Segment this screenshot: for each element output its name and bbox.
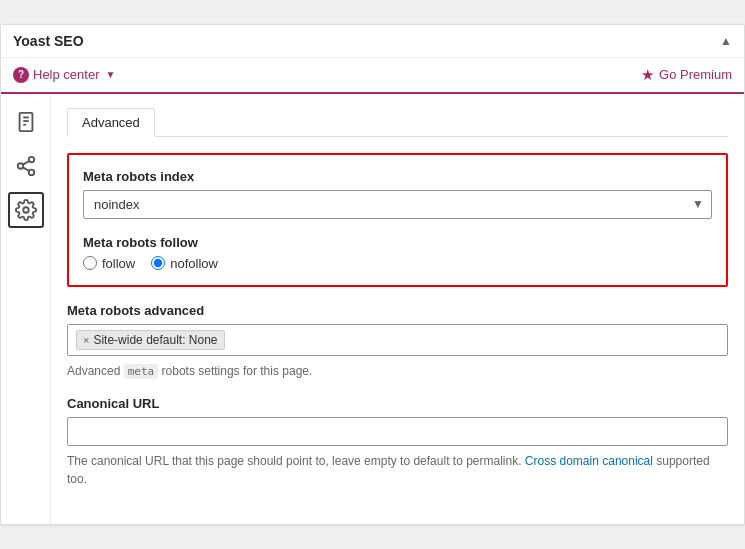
canonical-url-label: Canonical URL: [67, 396, 728, 411]
meta-robots-advanced-tag: × Site-wide default: None: [76, 330, 225, 350]
meta-robots-index-section: Meta robots index noindex index noarchiv…: [83, 169, 712, 219]
radio-follow[interactable]: [83, 256, 97, 270]
radio-nofollow[interactable]: [151, 256, 165, 270]
tabs: Advanced: [67, 108, 728, 137]
widget-title: Yoast SEO: [13, 33, 84, 49]
meta-robots-follow-section: Meta robots follow follow nofollow: [83, 235, 712, 271]
content-area: Advanced Meta robots index noindex index…: [51, 94, 744, 525]
tag-remove-icon[interactable]: ×: [83, 334, 89, 346]
canonical-url-section: Canonical URL The canonical URL that thi…: [67, 396, 728, 488]
meta-robots-index-select-wrapper: noindex index noarchive nosnippet ▼: [83, 190, 712, 219]
hint-suffix: robots settings for this page.: [162, 364, 313, 378]
cross-domain-canonical-link[interactable]: Cross domain canonical: [525, 454, 656, 468]
meta-robots-advanced-section: Meta robots advanced × Site-wide default…: [67, 303, 728, 381]
svg-point-5: [17, 163, 23, 169]
main-content: Advanced Meta robots index noindex index…: [1, 94, 744, 525]
help-icon: ?: [13, 67, 29, 83]
top-bar: ? Help center ▼ ★ Go Premium: [1, 58, 744, 94]
meta-robots-follow-label: Meta robots follow: [83, 235, 712, 250]
red-box-section: Meta robots index noindex index noarchiv…: [67, 153, 728, 287]
svg-point-9: [23, 207, 29, 213]
sidebar-icon-social[interactable]: [8, 148, 44, 184]
meta-robots-advanced-label: Meta robots advanced: [67, 303, 728, 318]
meta-robots-advanced-input[interactable]: × Site-wide default: None: [67, 324, 728, 356]
radio-follow-label[interactable]: follow: [83, 256, 135, 271]
svg-point-4: [28, 157, 34, 163]
meta-robots-follow-options: follow nofollow: [83, 256, 712, 271]
meta-robots-advanced-hint: Advanced meta robots settings for this p…: [67, 362, 728, 381]
sidebar: [1, 94, 51, 525]
yoast-seo-widget: Yoast SEO ▲ ? Help center ▼ ★ Go Premium: [0, 24, 745, 526]
widget-toggle-button[interactable]: ▲: [720, 34, 732, 48]
canonical-hint-text: The canonical URL that this page should …: [67, 454, 522, 468]
meta-robots-index-label: Meta robots index: [83, 169, 712, 184]
svg-line-7: [22, 167, 28, 171]
tag-label: Site-wide default: None: [93, 333, 217, 347]
go-premium-link[interactable]: ★ Go Premium: [641, 66, 732, 84]
svg-line-8: [22, 161, 28, 165]
hint-prefix: Advanced: [67, 364, 120, 378]
radio-nofollow-label[interactable]: nofollow: [151, 256, 218, 271]
canonical-url-hint: The canonical URL that this page should …: [67, 452, 728, 488]
radio-follow-text: follow: [102, 256, 135, 271]
radio-nofollow-text: nofollow: [170, 256, 218, 271]
hint-code: meta: [124, 364, 159, 379]
widget-header: Yoast SEO ▲: [1, 25, 744, 58]
meta-robots-index-select[interactable]: noindex index noarchive nosnippet: [83, 190, 712, 219]
sidebar-icon-advanced[interactable]: [8, 192, 44, 228]
help-dropdown-icon: ▼: [105, 69, 115, 80]
premium-star-icon: ★: [641, 66, 654, 84]
svg-point-6: [28, 169, 34, 175]
help-center-label: Help center: [33, 67, 99, 82]
tab-advanced[interactable]: Advanced: [67, 108, 155, 137]
sidebar-icon-seo[interactable]: [8, 104, 44, 140]
go-premium-label: Go Premium: [659, 67, 732, 82]
canonical-url-input[interactable]: [67, 417, 728, 446]
help-center-link[interactable]: ? Help center ▼: [13, 67, 115, 83]
